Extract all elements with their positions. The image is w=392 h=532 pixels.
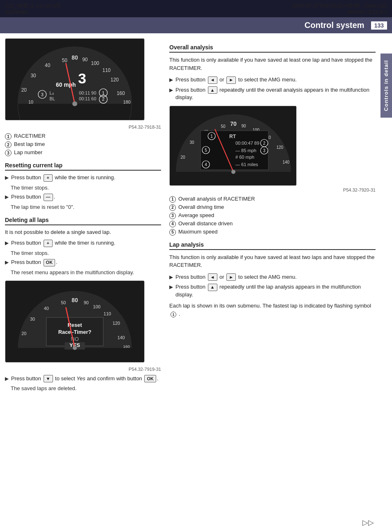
btn-left-2[interactable]: ◄ bbox=[208, 273, 217, 281]
side-tab: Controls in detail bbox=[380, 53, 392, 118]
btn-right-1[interactable]: ► bbox=[226, 76, 236, 84]
page-number: 133 bbox=[371, 21, 387, 30]
svg-text:# 60 mph: # 60 mph bbox=[235, 155, 254, 160]
svg-text:100: 100 bbox=[91, 60, 99, 66]
section-deleting-heading: Deleting all laps bbox=[5, 217, 161, 225]
bullet-lap-1-text: Press button ◄ or ► to select the AMG me… bbox=[175, 273, 376, 281]
header-left-line2: d2ureepe, bbox=[5, 9, 60, 15]
svg-text:60 mph: 60 mph bbox=[56, 81, 76, 88]
lap-para: Each lap is shown in its own submenu. Th… bbox=[169, 302, 376, 318]
list-item: 3 Lap number bbox=[5, 149, 161, 156]
svg-text:90: 90 bbox=[82, 57, 88, 62]
list-item: 1 RACETIMER bbox=[5, 133, 161, 140]
btn-ok-2[interactable]: OK bbox=[144, 375, 156, 382]
sub-reset-menu: The reset menu appears in the multifunct… bbox=[11, 269, 161, 276]
header-left-line1: 212_AKB; 2; 41, en-US bbox=[5, 2, 60, 9]
btn-down[interactable]: ▼ bbox=[44, 375, 53, 382]
num-r4: 4 bbox=[169, 221, 176, 227]
btn-ok-1[interactable]: OK bbox=[44, 259, 55, 266]
svg-text:50: 50 bbox=[62, 58, 68, 63]
svg-text:20: 20 bbox=[21, 87, 27, 93]
bullet-arrow-3: ▶ bbox=[5, 240, 9, 247]
bullet-overall-2-text: Press button ▲ repeatedly until the over… bbox=[175, 86, 376, 102]
bullet-lap-2: ▶ Press button ▲ repeatedly until the la… bbox=[169, 283, 376, 298]
items-list-2: 1 Overall analysis of RACETIMER 2 Overal… bbox=[169, 196, 376, 236]
btn-left-1[interactable]: ◄ bbox=[208, 76, 217, 84]
speedometer-2: 20 30 40 50 80 90 100 110 120 140 160 Re… bbox=[5, 280, 145, 363]
svg-text:110: 110 bbox=[104, 311, 111, 316]
main-content: 20 30 40 50 80 90 100 110 120 160 10 180… bbox=[0, 33, 392, 399]
svg-text:110: 110 bbox=[102, 67, 111, 73]
btn-minus[interactable]: — bbox=[44, 194, 53, 201]
list-item: 2 Best lap time bbox=[5, 141, 161, 148]
btn-plus-1[interactable]: + bbox=[44, 174, 53, 182]
svg-point-76 bbox=[231, 170, 235, 174]
svg-text:2: 2 bbox=[263, 141, 265, 146]
list-item: 5 Maximum speed bbox=[169, 229, 376, 236]
items-list-1: 1 RACETIMER 2 Best lap time 3 Lap number bbox=[5, 133, 161, 156]
speedo3-caption: P54.32-7920-31 bbox=[169, 187, 376, 192]
bullet-arrow-6: ▶ bbox=[169, 76, 173, 83]
bullet-delete-2: ▶ Press button OK. bbox=[5, 259, 161, 266]
svg-text:40: 40 bbox=[44, 306, 49, 311]
svg-text:140: 140 bbox=[283, 160, 290, 164]
nav-arrows: ▷▷ bbox=[362, 518, 374, 527]
num-3: 3 bbox=[5, 150, 12, 156]
bullet-lap-2-text: Press button ▲ repeatedly until the lap … bbox=[175, 283, 376, 298]
title-area: Control system 133 bbox=[0, 17, 392, 33]
svg-text:— 61 miles: — 61 miles bbox=[235, 162, 258, 167]
svg-text:10: 10 bbox=[28, 99, 33, 104]
header-right-line1: 2009-07-17T09:14:21+02:00 - Seite 133 bbox=[292, 2, 387, 9]
bullet-arrow: ▶ bbox=[5, 174, 9, 181]
header-left: 212_AKB; 2; 41, en-US d2ureepe, bbox=[5, 2, 60, 15]
svg-point-47 bbox=[73, 346, 77, 350]
deleting-intro: It is not possible to delete a single sa… bbox=[5, 229, 161, 236]
svg-text:BL: BL bbox=[50, 96, 55, 101]
right-column: Overall analysis This function is only a… bbox=[169, 38, 376, 394]
bullet-reset-2: ▶ Press button —. bbox=[5, 193, 161, 201]
svg-text:160: 160 bbox=[123, 344, 130, 349]
btn-plus-2[interactable]: + bbox=[44, 240, 53, 247]
svg-text:5: 5 bbox=[205, 148, 207, 153]
header-right: 2009-07-17T09:14:21+02:00 - Seite 133 Ve… bbox=[292, 2, 387, 15]
svg-text:120: 120 bbox=[111, 77, 119, 83]
svg-text:Race–Timer?: Race–Timer? bbox=[58, 328, 92, 335]
section-resetting-heading: Resetting current lap bbox=[5, 162, 161, 171]
sub-saved-laps-deleted: The saved laps are deleted. bbox=[11, 385, 161, 392]
bullet-overall-2: ▶ Press button ▲ repeatedly until the ov… bbox=[169, 86, 376, 102]
bullet-delete-2-text: Press button OK. bbox=[11, 259, 161, 266]
svg-text:30: 30 bbox=[30, 73, 36, 79]
section-overall-heading: Overall analysis bbox=[169, 44, 376, 53]
overall-intro: This function is only available if you h… bbox=[169, 56, 376, 72]
list-item: 3 Average speed bbox=[169, 212, 376, 219]
svg-text:180: 180 bbox=[123, 99, 131, 104]
btn-up-2[interactable]: ▲ bbox=[208, 284, 217, 291]
btn-up-1[interactable]: ▲ bbox=[208, 86, 217, 94]
svg-text:70: 70 bbox=[230, 120, 237, 127]
svg-text:00:11 60: 00:11 60 bbox=[79, 96, 96, 101]
bullet-overall-1: ▶ Press button ◄ or ► to select the AMG … bbox=[169, 76, 376, 84]
header-right-line2: Version: 2.11.8.1 bbox=[292, 9, 387, 15]
svg-text:00:11 90: 00:11 90 bbox=[79, 90, 96, 95]
sub-lap-reset: The lap time is reset to "0". bbox=[11, 204, 161, 211]
num-symbol-1: 1 bbox=[171, 312, 176, 317]
num-r1: 1 bbox=[169, 196, 176, 203]
svg-text:50: 50 bbox=[61, 300, 66, 305]
svg-text:3: 3 bbox=[41, 92, 44, 97]
btn-right-2[interactable]: ► bbox=[226, 273, 236, 281]
svg-text:80: 80 bbox=[71, 297, 78, 303]
num-r3: 3 bbox=[169, 213, 176, 219]
svg-text:90: 90 bbox=[241, 124, 246, 128]
bullet-reset-1: ▶ Press button + while the timer is runn… bbox=[5, 174, 161, 182]
svg-text:2: 2 bbox=[102, 97, 104, 102]
svg-text:120: 120 bbox=[113, 321, 120, 326]
svg-text:1: 1 bbox=[102, 90, 104, 95]
bullet-overall-1-text: Press button ◄ or ► to select the AMG me… bbox=[175, 76, 376, 84]
sub-timer-stops-2: The timer stops. bbox=[11, 250, 161, 257]
svg-text:90: 90 bbox=[84, 300, 89, 305]
list-item: 2 Overall driving time bbox=[169, 204, 376, 211]
bullet-arrow-8: ▶ bbox=[169, 274, 173, 281]
svg-text:30: 30 bbox=[30, 317, 35, 322]
svg-point-16 bbox=[72, 101, 77, 106]
svg-text:3: 3 bbox=[263, 148, 265, 153]
